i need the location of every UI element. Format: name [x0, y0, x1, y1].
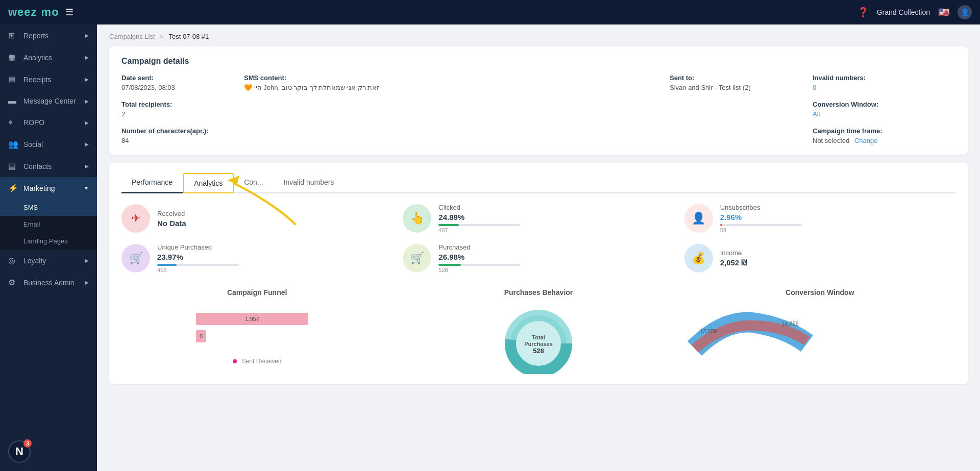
marketing-icon: ⚡ — [8, 183, 18, 193]
tab-conversion[interactable]: Con... — [234, 173, 273, 193]
tab-analytics[interactable]: Analytics — [183, 173, 234, 193]
chevron-receipts: ▶ — [85, 77, 89, 82]
tab-performance[interactable]: Performance — [121, 173, 183, 193]
stat-income: 💰 Income 2,052 ₪ — [684, 243, 955, 273]
tabs-row: Performance Analytics Con... Invalid num… — [121, 173, 955, 193]
sms-text: היי John, זאת רק אני שמאחלת לך בוקר טוב — [254, 84, 380, 91]
sidebar: ⊞ Reports ▶ ▦ Analytics ▶ ▤ Receipts ▶ ▬… — [0, 24, 97, 471]
language-flag[interactable]: 🇺🇸 — [938, 7, 949, 18]
notification-count: 3 — [23, 439, 32, 448]
sidebar-item-contacts[interactable]: ▤ Contacts ▶ — [0, 155, 97, 177]
num-characters-value: 84 — [121, 137, 234, 144]
analytics-card: Performance Analytics Con... Invalid num… — [109, 163, 968, 384]
conversion-window-value[interactable]: All — [813, 110, 955, 118]
campaign-col-dates: Date sent: 07/08/2023, 08:03 Total recip… — [121, 74, 234, 144]
sidebar-item-receipts[interactable]: ▤ Receipts ▶ — [0, 68, 97, 90]
sidebar-item-business-admin[interactable]: ⚙ Business Admin ▶ — [0, 271, 97, 293]
stat-clicked-value: 24.89% — [438, 213, 520, 221]
donut-svg: Total Purchases 528 — [500, 308, 577, 374]
svg-text:528: 528 — [533, 347, 544, 355]
conversion-svg: 13,859 14,856 — [684, 308, 817, 359]
sidebar-item-label-contacts: Contacts — [23, 162, 52, 170]
sidebar-subitem-email[interactable]: Email — [0, 216, 97, 233]
stat-unique-purchased: 🛒 Unique Purchased 23.97% 456 — [121, 243, 393, 273]
num-characters-label: Number of characters(apr.): — [121, 127, 234, 135]
sidebar-item-marketing[interactable]: ⚡ Marketing ▼ — [0, 177, 97, 199]
stat-unsubscribes: 👤 Unsubscribes 2.96% 59 — [684, 204, 955, 233]
sidebar-item-message-center[interactable]: ▬ Message Center ▶ — [0, 90, 97, 112]
campaign-col-sms: SMS content: 🧡 היי John, זאת רק אני שמאח… — [244, 74, 659, 144]
total-recipients-label: Total recipients: — [121, 101, 234, 108]
stat-unique-purchased-value: 23.97% — [157, 253, 239, 261]
stat-purchased-count: 528 — [438, 267, 520, 273]
notification-badge[interactable]: N 3 — [8, 440, 31, 463]
loyalty-icon: ◎ — [8, 256, 18, 265]
notification-circle[interactable]: N 3 — [8, 440, 31, 463]
stat-clicked-info: Clicked 24.89% 487 — [438, 204, 520, 233]
sidebar-item-label-reports: Reports — [23, 32, 48, 40]
funnel-svg: 1,957 0 — [191, 308, 324, 354]
stat-unsubscribes-count: 59 — [720, 227, 802, 233]
main-content: Campaigns List > Test 07-08 #1 Campaign … — [97, 24, 980, 471]
chevron-reports: ▶ — [85, 33, 89, 38]
campaign-funnel-section: Campaign Funnel 1,957 0 Sent Received — [121, 288, 393, 374]
contacts-icon: ▤ — [8, 161, 18, 171]
stats-grid: ✈ Received No Data 👆 Clicked 24.89% 487 — [121, 193, 955, 283]
conversion-title: Conversion Window — [684, 288, 955, 296]
stat-unsubscribes-title: Unsubscribes — [720, 204, 802, 211]
sidebar-item-reports[interactable]: ⊞ Reports ▶ — [0, 24, 97, 46]
svg-text:14,856: 14,856 — [781, 320, 799, 327]
stat-received: ✈ Received No Data — [121, 204, 393, 233]
hamburger-menu[interactable]: ☰ — [65, 7, 74, 18]
stat-income-icon: 💰 — [684, 244, 713, 272]
chevron-loyalty: ▶ — [85, 258, 89, 263]
stat-unique-purchased-icon: 🛒 — [121, 244, 150, 272]
campaign-details-grid: Date sent: 07/08/2023, 08:03 Total recip… — [121, 74, 955, 144]
sidebar-item-label-analytics: Analytics — [23, 54, 52, 62]
stat-received-icon: ✈ — [121, 204, 150, 233]
stat-clicked-bar-container — [438, 224, 520, 226]
social-icon: 👥 — [8, 139, 18, 149]
stat-unsubscribes-value: 2.96% — [720, 213, 802, 221]
sidebar-item-analytics[interactable]: ▦ Analytics ▶ — [0, 46, 97, 68]
chevron-contacts: ▶ — [85, 163, 89, 169]
app-logo: weezmo — [8, 6, 59, 19]
date-sent-value: 07/08/2023, 08:03 — [121, 84, 234, 91]
breadcrumb: Campaigns List > Test 07-08 #1 — [109, 33, 968, 40]
sms-emoji: 🧡 — [244, 84, 252, 91]
stat-clicked-bar — [438, 224, 459, 226]
stat-purchased: 🛒 Purchased 26.98% 528 — [403, 243, 674, 273]
campaign-timeframe-change[interactable]: Change — [854, 137, 878, 144]
sidebar-subitem-landing-pages[interactable]: Landing Pages — [0, 233, 97, 250]
funnel-legend-label: Sent Received — [242, 358, 282, 365]
chevron-marketing: ▼ — [84, 185, 89, 191]
funnel-legend: Sent Received — [233, 358, 282, 365]
sent-to-label: Sent to: — [670, 74, 802, 82]
breadcrumb-parent[interactable]: Campaigns List — [109, 33, 155, 40]
svg-text:Purchases: Purchases — [524, 341, 553, 347]
stat-unsubscribes-bar-container — [720, 224, 802, 226]
donut-container: Total Purchases 528 — [403, 303, 674, 374]
svg-text:13,859: 13,859 — [700, 328, 717, 334]
invalid-numbers-value[interactable]: 0 — [813, 84, 955, 91]
sms-content-label: SMS content: — [244, 74, 659, 82]
stat-unsubscribes-icon: 👤 — [684, 204, 713, 233]
chevron-message-center: ▶ — [85, 98, 89, 104]
stat-unique-purchased-title: Unique Purchased — [157, 243, 239, 251]
notification-letter: N — [15, 445, 23, 458]
stat-unique-purchased-bar-container — [157, 264, 239, 266]
sidebar-item-loyalty[interactable]: ◎ Loyalty ▶ — [0, 250, 97, 271]
tab-invalid-numbers[interactable]: Invalid numbers — [274, 173, 345, 193]
purchases-title: Purchases Behavior — [403, 288, 674, 296]
sidebar-item-social[interactable]: 👥 Social ▶ — [0, 133, 97, 155]
help-icon[interactable]: ❓ — [857, 7, 869, 18]
stat-received-info: Received No Data — [157, 210, 186, 228]
stat-unique-purchased-bar — [157, 264, 177, 266]
sidebar-item-ropo[interactable]: ⌖ ROPO ▶ — [0, 112, 97, 133]
sidebar-subitem-sms[interactable]: SMS — [0, 199, 97, 216]
campaign-details-title: Campaign details — [121, 57, 955, 66]
stat-income-title: Income — [720, 249, 748, 257]
sidebar-item-label-social: Social — [23, 140, 43, 148]
user-avatar[interactable]: 👤 — [958, 5, 972, 19]
campaign-details-card: Campaign details Date sent: 07/08/2023, … — [109, 46, 968, 155]
